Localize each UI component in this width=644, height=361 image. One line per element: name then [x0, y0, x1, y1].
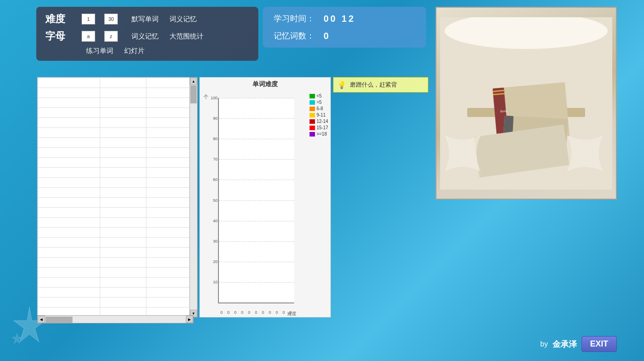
table-cell	[100, 188, 146, 198]
letter-min-value: a	[87, 34, 90, 39]
table-cell	[146, 288, 193, 298]
word-table	[38, 78, 193, 317]
table-cell	[100, 248, 146, 258]
table-cell	[146, 278, 193, 288]
table-cell	[100, 148, 146, 158]
legend-item-2: 6-8	[310, 106, 328, 111]
table-cell	[146, 128, 193, 138]
table-cell	[100, 298, 146, 307]
table-cell	[100, 138, 146, 148]
table-cell	[100, 158, 146, 168]
meaning-button[interactable]: 词义记忆	[169, 15, 197, 24]
scroll-thumb[interactable]	[190, 85, 197, 103]
table-cell	[38, 188, 100, 198]
table-cell	[100, 168, 146, 178]
scroll-up-arrow[interactable]: ▲	[190, 78, 197, 85]
table-cell	[100, 258, 146, 268]
message-icon: 💡	[337, 81, 346, 89]
table-cell	[146, 188, 193, 198]
table-cell	[38, 288, 100, 298]
table-cell	[38, 198, 100, 208]
legend-item-3: 9-11	[310, 112, 328, 117]
table-cell	[38, 248, 100, 258]
preview-button[interactable]: 词义记忆	[131, 32, 159, 41]
word-table-container[interactable]	[37, 77, 194, 317]
table-cell	[38, 278, 100, 288]
table-cell	[100, 208, 146, 218]
study-time-value: 00 12	[324, 14, 355, 24]
table-cell	[100, 228, 146, 238]
table-cell	[146, 298, 193, 307]
letter-min-box[interactable]: a	[82, 31, 95, 42]
x-axis-label: 难度	[287, 311, 296, 317]
author-name: 金承泽	[552, 339, 577, 350]
table-cell	[100, 88, 146, 98]
table-cell	[38, 128, 100, 138]
table-cell	[38, 298, 100, 307]
table-cell	[38, 108, 100, 118]
stats-panel: 学习时间： 00 12 记忆词数： 0	[263, 7, 426, 48]
legend-item-4: 12-14	[310, 119, 328, 124]
table-cell	[38, 218, 100, 228]
extra-row: 练习单词 幻灯片	[45, 47, 249, 55]
table-cell	[146, 238, 193, 248]
books-illustration: Berin	[440, 17, 612, 190]
practice-button[interactable]: 练习单词	[86, 47, 113, 55]
table-cell	[38, 168, 100, 178]
menu-group-1: 默写单词 词义记忆	[131, 15, 197, 24]
message-box: 💡 磨蹭什么，赶紧背	[333, 77, 428, 93]
slideshow-button[interactable]: 幻灯片	[124, 47, 145, 55]
big-stats-button[interactable]: 大范围统计	[169, 32, 203, 41]
table-cell	[100, 128, 146, 138]
chart-legend: <5 =5 6-8 9-11 12-14 15-17	[310, 93, 328, 137]
scroll-left-arrow[interactable]: ◀	[38, 316, 45, 323]
attribution-row: by 金承泽 EXIT	[540, 336, 617, 352]
table-cell	[100, 238, 146, 248]
dictation-button[interactable]: 默写单词	[131, 15, 159, 24]
table-cell	[38, 88, 100, 98]
legend-item-0: <5	[310, 93, 328, 98]
exit-button[interactable]: EXIT	[581, 336, 617, 352]
legend-color-3	[310, 113, 315, 117]
grid-30: 30	[219, 241, 294, 242]
top-control-panel: 难度 1 30 默写单词 词义记忆 字母 a z 词义记忆 大范围统计 练习单词…	[36, 7, 258, 61]
grid-100: 100	[219, 98, 294, 98]
h-scroll-thumb[interactable]	[45, 317, 73, 323]
table-cell	[146, 178, 193, 188]
table-cell	[38, 158, 100, 168]
table-cell	[146, 248, 193, 258]
legend-color-0	[310, 94, 315, 98]
memory-count-row: 记忆词数： 0	[274, 30, 415, 41]
by-label: by	[540, 340, 548, 348]
chart-title: 单词难度	[200, 78, 330, 91]
legend-color-6	[310, 132, 315, 137]
table-cell	[146, 218, 193, 228]
table-cell	[38, 118, 100, 128]
table-cell	[100, 278, 146, 288]
scroll-right-arrow[interactable]: ▶	[186, 316, 193, 323]
letter-label: 字母	[45, 29, 73, 43]
legend-item-6: >=18	[310, 132, 328, 137]
letter-max-box[interactable]: z	[104, 31, 118, 42]
table-cell	[100, 98, 146, 108]
horizontal-scrollbar[interactable]: ◀ ▶	[37, 315, 194, 323]
chart-container: 单词难度 个 100 90 80 70 60 50	[199, 77, 331, 317]
grid-20: 20	[219, 262, 294, 262]
difficulty-max-box[interactable]: 30	[104, 14, 118, 24]
table-cell	[38, 178, 100, 188]
table-cell	[38, 148, 100, 158]
grid-60: 60	[219, 180, 294, 180]
table-cell	[38, 78, 100, 88]
legend-color-4	[310, 119, 315, 124]
table-cell	[100, 218, 146, 228]
study-time-label: 学习时间：	[274, 13, 319, 24]
grid-40: 40	[219, 221, 294, 221]
table-cell	[100, 118, 146, 128]
grid-50: 50	[219, 200, 294, 201]
table-cell	[146, 118, 193, 128]
letter-max-value: z	[110, 34, 112, 39]
svg-text:Berin: Berin	[500, 109, 508, 113]
difficulty-min-box[interactable]: 1	[82, 14, 95, 24]
table-cell	[38, 238, 100, 248]
vertical-scrollbar[interactable]: ▲ ▼	[189, 77, 198, 317]
